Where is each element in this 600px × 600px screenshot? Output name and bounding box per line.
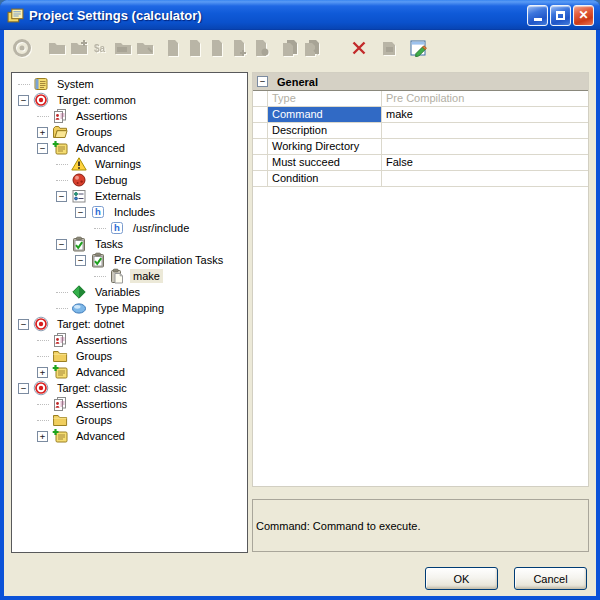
ok-button[interactable]: OK (425, 567, 498, 590)
warning-icon (71, 156, 88, 172)
tree-expander[interactable]: − (71, 204, 90, 220)
tree-item[interactable]: − Pre Compilation Tasks (12, 252, 247, 268)
property-category-row[interactable]: − General (253, 73, 588, 91)
property-row[interactable]: Type Pre Compilation (253, 91, 588, 107)
tree-item-label: Target: classic (54, 381, 130, 395)
property-row[interactable]: Command make (253, 107, 588, 123)
settings-tree[interactable]: System − Target: common Assertions + Gro… (11, 72, 248, 553)
tree-item-label: Tasks (92, 237, 126, 251)
tree-expander[interactable]: + (33, 364, 52, 380)
tree-item[interactable]: − Target: dotnet (12, 316, 247, 332)
property-row-gutter (253, 171, 268, 186)
property-name[interactable]: Must succeed (268, 155, 382, 170)
folder-closed-icon (52, 412, 69, 428)
tree-item[interactable]: − Advanced (12, 140, 247, 156)
delete-icon[interactable] (348, 37, 370, 59)
tree-item-label: make (130, 269, 163, 283)
tree-expander[interactable]: + (33, 428, 52, 444)
tree-item[interactable]: Groups (12, 348, 247, 364)
property-value[interactable]: Pre Compilation (382, 91, 588, 106)
doc-icon (184, 37, 206, 59)
toolbar-group (162, 37, 272, 59)
tree-expander[interactable]: − (52, 188, 71, 204)
tree-item-label: Includes (111, 205, 158, 219)
tree-item[interactable]: − Tasks (12, 236, 247, 252)
category-collapse-icon[interactable]: − (257, 76, 268, 87)
tree-item[interactable]: + Advanced (12, 428, 247, 444)
property-row[interactable]: Must succeed False (253, 155, 588, 171)
tree-expander (14, 76, 33, 92)
minimize-button[interactable] (527, 5, 548, 26)
svg-text:h: h (95, 206, 101, 217)
tree-expander[interactable]: − (33, 140, 52, 156)
cancel-button[interactable]: Cancel (514, 567, 587, 590)
tree-item-label: Groups (73, 413, 115, 427)
maximize-button[interactable] (550, 5, 571, 26)
make-icon (109, 268, 126, 284)
property-row[interactable]: Description (253, 123, 588, 139)
property-value[interactable]: make (382, 107, 588, 122)
property-value[interactable] (382, 139, 588, 154)
tree-item[interactable]: Debug (12, 172, 247, 188)
titlebar[interactable]: Project Settings (calculator) ✕ (0, 0, 600, 30)
property-row[interactable]: Working Directory (253, 139, 588, 155)
tree-expander[interactable]: − (14, 380, 33, 396)
property-name[interactable]: Type (268, 91, 382, 106)
property-name[interactable]: Description (268, 123, 382, 138)
toolbar-group (408, 37, 430, 59)
tree-expander (33, 332, 52, 348)
tree-item[interactable]: − h Includes (12, 204, 247, 220)
debug-icon (71, 172, 88, 188)
edit-icon[interactable] (408, 37, 430, 59)
tree-item[interactable]: − Target: classic (12, 380, 247, 396)
tree-expander[interactable]: − (52, 236, 71, 252)
tree-expander[interactable]: − (14, 316, 33, 332)
tree-item-label: Warnings (92, 157, 144, 171)
doc-plus-icon (228, 37, 250, 59)
tree-item[interactable]: + Advanced (12, 364, 247, 380)
tree-item[interactable]: h /usr/include (12, 220, 247, 236)
property-name[interactable]: Working Directory (268, 139, 382, 154)
tree-item[interactable]: Variables (12, 284, 247, 300)
tree-expander (52, 284, 71, 300)
tree-expander[interactable]: + (33, 124, 52, 140)
tree-expander[interactable]: − (71, 252, 90, 268)
tree-expander (52, 300, 71, 316)
docs2-icon (301, 37, 323, 59)
property-value[interactable] (382, 171, 588, 186)
tree-item[interactable]: + Groups (12, 124, 247, 140)
toolbar-group (348, 37, 370, 59)
tree-item-label: Externals (92, 189, 144, 203)
property-value[interactable] (382, 123, 588, 138)
tree-item[interactable]: Type Mapping (12, 300, 247, 316)
tree-expander (52, 156, 71, 172)
property-row-gutter (253, 155, 268, 170)
doc-icon (206, 37, 228, 59)
tree-item[interactable]: Groups (12, 412, 247, 428)
tree-expander[interactable]: − (14, 92, 33, 108)
tree-expander (33, 108, 52, 124)
tree-item[interactable]: Assertions (12, 108, 247, 124)
property-name[interactable]: Command (268, 107, 382, 122)
tree-item[interactable]: − Externals (12, 188, 247, 204)
tree-item[interactable]: make (12, 268, 247, 284)
dialog-client-area: $a System − Target: common Assertions + … (4, 30, 596, 596)
assertions-icon (52, 396, 69, 412)
property-name[interactable]: Condition (268, 171, 382, 186)
header-icon: h (90, 204, 107, 220)
property-row[interactable]: Condition (253, 171, 588, 187)
tree-item[interactable]: System (12, 76, 247, 92)
typemap-icon (71, 300, 88, 316)
tree-item[interactable]: Assertions (12, 396, 247, 412)
tree-item-label: Target: dotnet (54, 317, 127, 331)
tree-item[interactable]: Assertions (12, 332, 247, 348)
property-value[interactable]: False (382, 155, 588, 170)
externals-icon (71, 188, 88, 204)
property-grid[interactable]: − General Type Pre Compilation Command m… (252, 72, 589, 487)
toolbar-group (378, 37, 400, 59)
tree-item-label: Debug (92, 173, 130, 187)
tree-item[interactable]: − Target: common (12, 92, 247, 108)
close-button[interactable]: ✕ (573, 5, 594, 26)
assertions-icon (52, 108, 69, 124)
tree-item[interactable]: Warnings (12, 156, 247, 172)
